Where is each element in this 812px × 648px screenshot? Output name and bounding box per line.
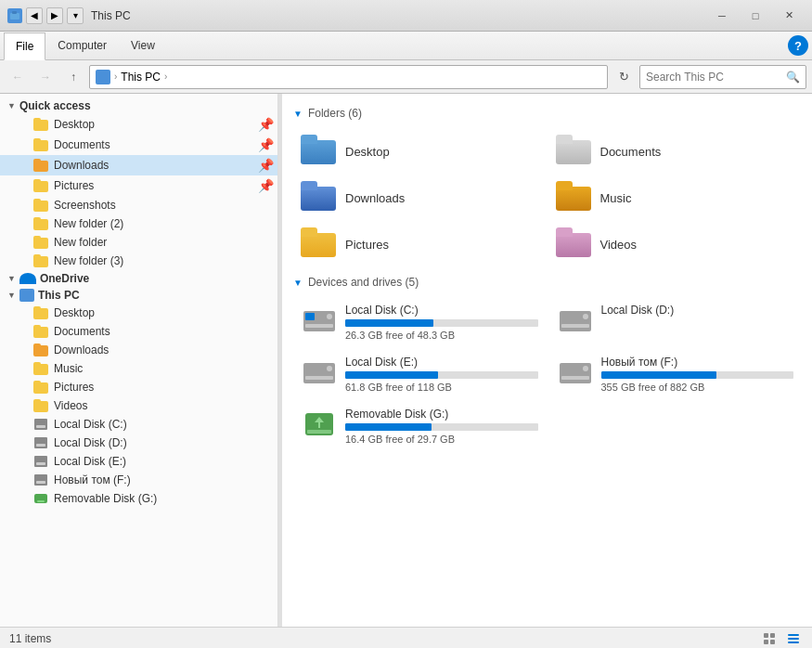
folder-item-pictures[interactable]: Pictures — [293, 222, 547, 266]
svg-rect-9 — [561, 324, 589, 328]
forward-button[interactable]: → — [33, 65, 58, 89]
refresh-button[interactable]: ↻ — [612, 65, 636, 89]
folder-item-desktop[interactable]: Desktop — [293, 129, 547, 174]
folder-icon — [33, 381, 48, 394]
device-g-space: 16.4 GB free of 29.7 GB — [345, 434, 538, 445]
folder-item-music[interactable]: Music — [548, 175, 802, 220]
search-input[interactable] — [646, 71, 786, 84]
sidebar-item-downloads-pc[interactable]: Downloads — [0, 341, 277, 359]
window-controls: ─ □ ✕ — [706, 3, 805, 29]
device-item-f[interactable]: Новый том (F:) 355 GB free of 882 GB — [549, 350, 802, 398]
svg-rect-19 — [307, 430, 331, 434]
device-d-info: Local Disk (D:) — [601, 304, 794, 319]
onedrive-header[interactable]: ▼ OneDrive — [0, 270, 277, 287]
sidebar-item-newfolder3-quick[interactable]: New folder (3) — [0, 252, 277, 270]
drive-d-icon — [557, 304, 594, 337]
folders-section-header[interactable]: ▼ Folders (6) — [282, 101, 812, 125]
sidebar-item-downloads-quick[interactable]: Downloads 📌 — [0, 155, 277, 175]
sidebar-item-d-drive[interactable]: Local Disk (D:) — [0, 434, 277, 452]
svg-point-16 — [583, 366, 588, 371]
folder-item-name: Music — [600, 191, 632, 205]
folder-icon — [33, 138, 48, 151]
qat-back[interactable]: ◀ — [26, 7, 43, 24]
folder-item-name: Desktop — [345, 145, 390, 159]
sidebar-item-documents-quick[interactable]: Documents 📌 — [0, 135, 277, 155]
sidebar-item-newfolder2-quick[interactable]: New folder (2) — [0, 214, 277, 233]
folder-item-downloads[interactable]: Downloads — [293, 175, 547, 220]
sidebar-item-pictures-pc[interactable]: Pictures — [0, 378, 277, 396]
app-icon — [7, 8, 22, 23]
tab-computer[interactable]: Computer — [45, 32, 119, 59]
sidebar-item-music-pc[interactable]: Music — [0, 359, 277, 378]
folder-item-name: Documents — [600, 145, 662, 159]
sidebar-label: New folder — [54, 236, 107, 249]
folder-item-icon — [556, 227, 593, 261]
search-icon: 🔍 — [786, 71, 800, 84]
device-item-e[interactable]: Local Disk (E:) 61.8 GB free of 118 GB — [293, 350, 546, 398]
folder-icon — [33, 325, 48, 338]
svg-rect-26 — [788, 642, 799, 643]
svg-point-10 — [583, 314, 588, 319]
quick-access-header[interactable]: ▼ Quick access — [0, 97, 277, 114]
details-view-button[interactable] — [784, 629, 803, 648]
folder-icon — [33, 306, 48, 319]
thispc-header[interactable]: ▼ This PC — [0, 287, 277, 304]
ribbon: File Computer View ? — [0, 32, 812, 60]
svg-point-7 — [327, 314, 332, 319]
svg-rect-23 — [770, 640, 775, 644]
sidebar-item-g-drive[interactable]: Removable Disk (G:) — [0, 489, 277, 508]
sidebar-item-newfolder-quick[interactable]: New folder — [0, 233, 277, 252]
device-c-name: Local Disk (C:) — [345, 304, 538, 317]
sidebar-label: Music — [54, 362, 83, 375]
sidebar-item-desktop-pc[interactable]: Desktop — [0, 304, 277, 322]
sidebar-item-e-drive[interactable]: Local Disk (E:) — [0, 452, 277, 471]
device-item-d[interactable]: Local Disk (D:) — [549, 298, 802, 346]
folder-item-documents[interactable]: Documents — [548, 129, 802, 174]
status-right — [760, 629, 803, 648]
sidebar-label: Desktop — [54, 306, 95, 319]
sidebar-item-documents-pc[interactable]: Documents — [0, 322, 277, 341]
folder-item-videos[interactable]: Videos — [548, 222, 802, 266]
folder-item-icon — [556, 135, 593, 168]
title-bar: ◀ ▶ ▾ This PC ─ □ ✕ — [0, 0, 812, 32]
sidebar-label: Pictures — [54, 179, 94, 192]
device-g-name: Removable Disk (G:) — [345, 408, 538, 421]
sidebar-item-pictures-quick[interactable]: Pictures 📌 — [0, 175, 277, 196]
device-e-info: Local Disk (E:) 61.8 GB free of 118 GB — [345, 356, 538, 393]
device-c-space: 26.3 GB free of 48.3 GB — [345, 330, 538, 341]
list-view-button[interactable] — [760, 629, 779, 648]
maximize-button[interactable]: □ — [740, 3, 771, 29]
device-e-name: Local Disk (E:) — [345, 356, 538, 369]
folder-item-name: Pictures — [345, 238, 389, 252]
sidebar-item-desktop-quick[interactable]: Desktop 📌 — [0, 114, 277, 135]
svg-rect-0 — [10, 13, 19, 19]
folder-icon — [33, 362, 48, 375]
device-item-g[interactable]: Removable Disk (G:) 16.4 GB free of 29.7… — [293, 402, 546, 450]
qat-forward[interactable]: ▶ — [46, 7, 63, 24]
search-box[interactable]: 🔍 — [639, 65, 806, 89]
devices-section-header[interactable]: ▼ Devices and drives (5) — [282, 270, 812, 294]
close-button[interactable]: ✕ — [773, 3, 805, 29]
minimize-button[interactable]: ─ — [706, 3, 738, 29]
help-button[interactable]: ? — [788, 35, 808, 56]
removable-drive-icon — [33, 492, 48, 505]
device-item-c[interactable]: Local Disk (C:) 26.3 GB free of 48.3 GB — [293, 298, 546, 346]
sidebar-item-f-drive[interactable]: Новый том (F:) — [0, 471, 277, 489]
qat-dropdown[interactable]: ▾ — [67, 7, 84, 24]
sidebar-label: Local Disk (D:) — [54, 436, 127, 449]
svg-rect-21 — [770, 633, 775, 638]
tab-file[interactable]: File — [4, 32, 45, 60]
path-end-chevron: › — [164, 71, 167, 82]
back-button[interactable]: ← — [6, 65, 30, 89]
onedrive-icon — [19, 273, 36, 284]
device-f-name: Новый том (F:) — [601, 356, 794, 369]
tab-view[interactable]: View — [119, 32, 167, 59]
sidebar-item-videos-pc[interactable]: Videos — [0, 396, 277, 415]
big-folder-downloads-icon — [301, 181, 336, 211]
sidebar-label: Documents — [54, 138, 110, 151]
sidebar-item-screenshots-quick[interactable]: Screenshots — [0, 196, 277, 214]
up-button[interactable]: ↑ — [61, 65, 85, 89]
sidebar-label: Videos — [54, 399, 87, 412]
sidebar-item-c-drive[interactable]: Local Disk (C:) — [0, 415, 277, 434]
address-path[interactable]: › This PC › — [89, 65, 608, 89]
